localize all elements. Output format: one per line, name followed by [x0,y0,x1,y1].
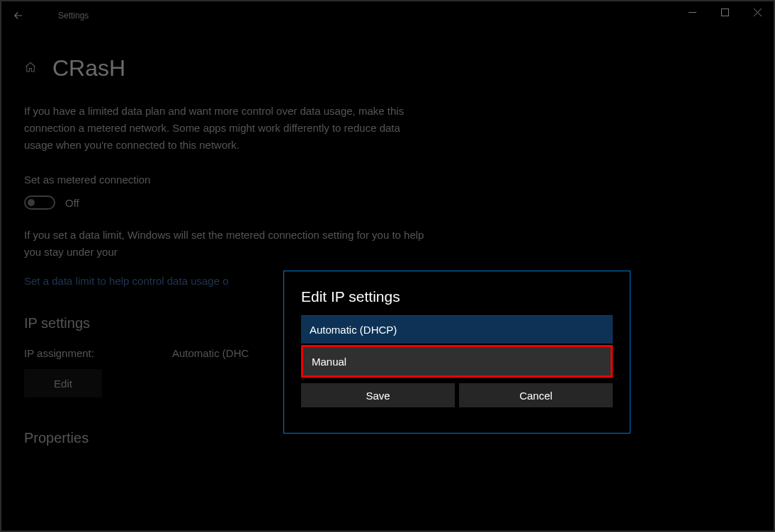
edit-ip-dialog: Edit IP settings Automatic (DHCP) Manual… [283,271,630,434]
settings-window: Settings CRasH If you have a limited dat… [1,1,774,531]
minimize-icon [689,9,696,16]
heading-row: CRasH [24,55,751,81]
title-bar: Settings [1,1,774,30]
save-button[interactable]: Save [301,383,455,407]
cancel-button[interactable]: Cancel [459,383,613,407]
ip-option-automatic[interactable]: Automatic (DHCP) [301,315,613,344]
back-arrow-icon [12,9,25,22]
toggle-knob [28,199,35,206]
dialog-title: Edit IP settings [301,288,613,305]
app-title: Settings [58,11,89,21]
page-heading: CRasH [52,55,125,81]
description-text: If you have a limited data plan and want… [24,103,428,154]
ip-option-manual-highlight: Manual [301,345,613,378]
back-button[interactable] [1,1,35,30]
metered-toggle-row: Off [24,196,751,210]
svg-rect-1 [721,9,728,16]
maximize-button[interactable] [708,1,741,23]
data-limit-text: If you set a data limit, Windows will se… [24,227,428,261]
ip-option-automatic-label: Automatic (DHCP) [310,324,397,336]
toggle-state-label: Off [65,197,79,209]
edit-button[interactable]: Edit [24,369,102,397]
ip-option-manual[interactable]: Manual [303,347,611,375]
maximize-icon [721,9,729,16]
metered-toggle[interactable] [24,196,55,210]
minimize-button[interactable] [676,1,708,23]
home-icon [24,61,37,77]
ip-assignment-value: Automatic (DHC [172,347,249,359]
ip-assignment-label: IP assignment: [24,347,94,359]
dialog-buttons: Save Cancel [301,383,613,407]
close-button[interactable] [741,1,774,23]
close-icon [754,9,762,16]
metered-label: Set as metered connection [24,174,751,186]
window-controls [676,1,774,23]
ip-option-manual-label: Manual [312,356,346,368]
